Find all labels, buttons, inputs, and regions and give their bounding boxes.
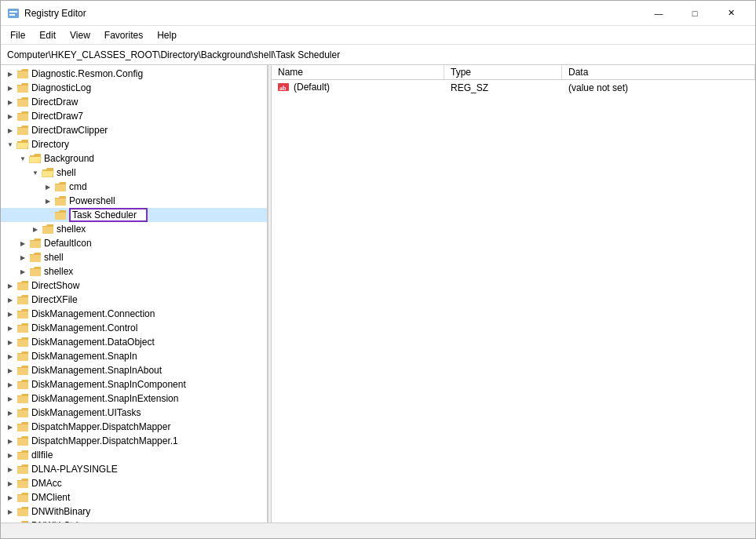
tree-item-directdraw7[interactable]: ▶ DirectDraw7 (1, 109, 267, 123)
column-headers: Name Type Data (272, 65, 755, 80)
table-row[interactable]: ab (Default) REG_SZ (value not set) (272, 80, 755, 96)
menu-edit[interactable]: Edit (33, 28, 62, 42)
expand-icon[interactable]: ▶ (4, 505, 16, 518)
right-panel: Name Type Data ab (Default) (272, 65, 755, 523)
expand-icon[interactable]: ▶ (4, 124, 16, 137)
tree-item-defaulticon[interactable]: ▶ DefaultIcon (1, 236, 267, 250)
tree-label: DispatchMapper.DispatchMapper.1 (31, 435, 178, 446)
tree-item-diskmanagement-snapin[interactable]: ▶ DiskManagement.SnapIn (1, 349, 267, 363)
expand-icon[interactable]: ▶ (4, 322, 16, 334)
expand-icon[interactable]: ▶ (4, 435, 16, 447)
tree-item-background[interactable]: ▼ Background (1, 151, 267, 166)
tree-item-shellex2[interactable]: ▶ shellex (1, 264, 267, 279)
folder-icon (16, 450, 29, 461)
close-button[interactable]: ✕ (713, 1, 749, 26)
rename-input[interactable] (69, 208, 148, 222)
menu-favorites[interactable]: Favorites (98, 28, 149, 42)
expand-icon[interactable]: ▶ (42, 180, 54, 193)
tree-item-dispatchmapper[interactable]: ▶ DispatchMapper.DispatchMapper (1, 420, 267, 434)
expand-icon[interactable]: ▶ (4, 96, 16, 108)
tree-item-diskmanagement-control[interactable]: ▶ DiskManagement.Control (1, 321, 267, 335)
minimize-button[interactable]: — (641, 1, 677, 26)
expand-icon[interactable]: ▶ (4, 421, 16, 433)
expand-icon[interactable]: ▶ (4, 350, 16, 362)
col-header-data[interactable]: Data (562, 65, 755, 79)
expand-icon[interactable]: ▶ (4, 67, 16, 80)
address-bar: Computer\HKEY_CLASSES_ROOT\Directory\Bac… (1, 45, 755, 65)
folder-icon (16, 379, 29, 390)
expand-icon[interactable]: ▶ (42, 195, 54, 207)
expand-icon[interactable]: ▶ (16, 237, 29, 249)
tree-item-diagnosticlog[interactable]: ▶ DiagnosticLog (1, 81, 267, 95)
tree-item-diskmanagement-uitasks[interactable]: ▶ DiskManagement.UITasks (1, 406, 267, 420)
expand-icon[interactable]: ▼ (29, 166, 42, 179)
tree-panel[interactable]: ▶ Diagnostic.Resmon.Config ▶ DiagnosticL… (1, 65, 268, 523)
expand-icon[interactable]: ▶ (4, 336, 16, 348)
expand-icon[interactable]: ▶ (16, 265, 29, 278)
tree-item-diskmanagement-connection[interactable]: ▶ DiskManagement.Connection (1, 307, 267, 321)
address-path[interactable]: Computer\HKEY_CLASSES_ROOT\Directory\Bac… (7, 49, 749, 60)
expand-icon[interactable]: ▼ (4, 138, 16, 151)
expand-icon[interactable]: ▶ (29, 223, 42, 235)
tree-item-directory[interactable]: ▼ Directory (1, 137, 267, 151)
tree-item-diskmanagement-snapinabout[interactable]: ▶ DiskManagement.SnapInAbout (1, 363, 267, 377)
expand-icon[interactable]: ▶ (4, 308, 16, 320)
tree-item-shellex[interactable]: ▶ shellex (1, 222, 267, 236)
tree-item-directdrawclipper[interactable]: ▶ DirectDrawClipper (1, 123, 267, 137)
folder-icon (29, 252, 42, 263)
tree-label: DirectDraw7 (31, 111, 83, 122)
tree-item-dnwithbinary[interactable]: ▶ DNWithBinary (1, 504, 267, 519)
maximize-button[interactable]: □ (677, 1, 713, 26)
tree-item-directshow[interactable]: ▶ DirectShow (1, 279, 267, 293)
tree-item-diskmanagement-dataobject[interactable]: ▶ DiskManagement.DataObject (1, 335, 267, 349)
expand-icon[interactable]: ▶ (4, 279, 16, 292)
expand-icon[interactable]: ▶ (4, 449, 16, 461)
tree-item-dispatchmapper1[interactable]: ▶ DispatchMapper.DispatchMapper.1 (1, 434, 267, 448)
menu-file[interactable]: File (4, 28, 31, 42)
tree-item-diskmanagement-snapinextension[interactable]: ▶ DiskManagement.SnapInExtension (1, 392, 267, 406)
svg-text:ab: ab (279, 85, 287, 92)
folder-icon (16, 111, 29, 122)
expand-icon[interactable]: ▶ (4, 293, 16, 306)
expand-icon[interactable]: ▼ (16, 152, 29, 165)
expand-icon[interactable]: ▶ (16, 251, 29, 264)
folder-icon (16, 520, 29, 523)
col-header-name[interactable]: Name (272, 65, 444, 79)
svg-rect-2 (9, 14, 15, 16)
tree-label: DMAcc (31, 478, 62, 489)
expand-icon[interactable]: ▶ (4, 406, 16, 419)
tree-label: Powershell (69, 195, 115, 206)
tree-item-dllfile[interactable]: ▶ dllfile (1, 448, 267, 462)
expand-icon[interactable]: ▶ (4, 82, 16, 94)
folder-icon (16, 322, 29, 333)
menu-help[interactable]: Help (151, 28, 183, 42)
expand-icon[interactable]: ▶ (4, 364, 16, 377)
title-bar-left: Registry Editor (7, 7, 86, 20)
menu-view[interactable]: View (64, 28, 97, 42)
folder-icon (16, 421, 29, 432)
tree-item-diagnostic-resmon[interactable]: ▶ Diagnostic.Resmon.Config (1, 67, 267, 81)
tree-item-shell[interactable]: ▼ shell (1, 166, 267, 180)
tree-item-dmacc[interactable]: ▶ DMAcc (1, 476, 267, 490)
tree-item-diskmanagement-snapincomponent[interactable]: ▶ DiskManagement.SnapInComponent (1, 377, 267, 392)
expand-icon[interactable]: ▶ (4, 378, 16, 391)
expand-icon[interactable]: ▶ (4, 392, 16, 405)
tree-label: DirectXFile (31, 294, 78, 305)
folder-icon (54, 195, 67, 206)
folder-icon (54, 181, 67, 192)
tree-item-dmclient[interactable]: ▶ DMClient (1, 490, 267, 504)
tree-item-task-scheduler[interactable]: ▶ (1, 208, 267, 222)
tree-item-powershell[interactable]: ▶ Powershell (1, 194, 267, 208)
tree-item-cmd[interactable]: ▶ cmd (1, 180, 267, 194)
tree-item-directxfile[interactable]: ▶ DirectXFile (1, 293, 267, 307)
expand-icon[interactable]: ▶ (4, 463, 16, 475)
tree-item-dlna-playsingle[interactable]: ▶ DLNA-PLAYSINGLE (1, 462, 267, 476)
expand-icon[interactable]: ▶ (4, 477, 16, 490)
tree-label: DiagnosticLog (31, 82, 91, 93)
col-header-type[interactable]: Type (444, 65, 562, 79)
title-bar: Registry Editor — □ ✕ (1, 1, 755, 26)
expand-icon[interactable]: ▶ (4, 110, 16, 122)
tree-item-shell2[interactable]: ▶ shell (1, 250, 267, 264)
expand-icon[interactable]: ▶ (4, 491, 16, 504)
tree-item-directdraw[interactable]: ▶ DirectDraw (1, 95, 267, 109)
